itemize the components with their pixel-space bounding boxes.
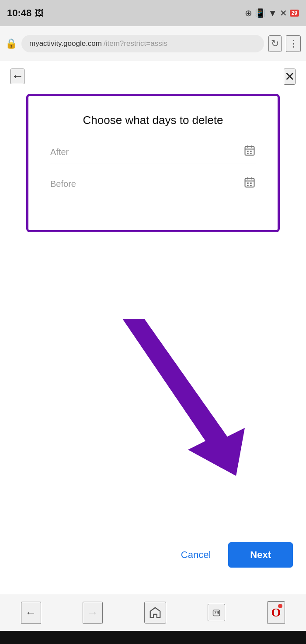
- refresh-button[interactable]: ↻: [268, 35, 282, 52]
- back-button[interactable]: ←: [10, 69, 24, 84]
- signal-icon: ✕: [280, 8, 287, 18]
- more-options-button[interactable]: ⋮: [286, 35, 301, 52]
- status-bar-left: 10:48 🖼: [7, 7, 44, 19]
- svg-rect-0: [245, 147, 254, 155]
- opera-notification-dot: [278, 604, 282, 608]
- url-path: /item?restrict=assis: [104, 39, 167, 48]
- browser-bar: 🔒 myactivity.google.com /item?restrict=a…: [0, 26, 306, 61]
- opera-browser-button[interactable]: O: [267, 601, 285, 624]
- browser-tabs-button[interactable]: 79: [208, 604, 225, 621]
- svg-rect-4: [247, 151, 249, 152]
- svg-rect-13: [250, 183, 252, 184]
- before-calendar-icon[interactable]: [243, 176, 256, 191]
- url-bar[interactable]: myactivity.google.com /item?restrict=ass…: [21, 35, 264, 52]
- action-row: Cancel Next: [0, 542, 306, 568]
- system-nav: ‹: [0, 631, 306, 644]
- status-bar: 10:48 🖼 ⊕ 📳 ▼ ✕ 29: [0, 0, 306, 26]
- tab-count: 79: [214, 610, 219, 615]
- status-bar-right: ⊕ 📳 ▼ ✕ 29: [245, 8, 299, 18]
- battery-badge: 29: [290, 10, 299, 17]
- next-button[interactable]: Next: [228, 542, 293, 568]
- svg-rect-6: [247, 153, 249, 154]
- vibrate-icon: 📳: [255, 8, 266, 18]
- add-icon: ⊕: [245, 8, 252, 18]
- svg-rect-8: [245, 179, 254, 187]
- svg-rect-7: [250, 153, 252, 154]
- svg-rect-15: [250, 185, 252, 186]
- close-button[interactable]: ✕: [284, 69, 296, 85]
- browser-home-button[interactable]: [144, 602, 166, 623]
- svg-rect-14: [247, 185, 249, 186]
- svg-rect-12: [247, 183, 249, 184]
- before-field-row[interactable]: Before: [50, 176, 256, 195]
- before-label: Before: [50, 179, 243, 189]
- lock-icon: 🔒: [5, 38, 17, 49]
- svg-marker-17: [122, 319, 245, 476]
- browser-back-button[interactable]: ←: [21, 602, 41, 624]
- after-label: After: [50, 147, 243, 157]
- wifi-icon: ▼: [268, 8, 277, 18]
- nav-row: ← ✕: [0, 61, 306, 92]
- after-calendar-icon[interactable]: [243, 145, 256, 159]
- browser-forward-button[interactable]: →: [83, 602, 103, 624]
- page-area: ← ✕ Choose what days to delete After: [0, 61, 306, 594]
- url-domain: myactivity.google.com: [29, 39, 102, 48]
- cancel-button[interactable]: Cancel: [172, 543, 219, 567]
- arrow-annotation: [87, 314, 262, 489]
- after-field-row[interactable]: After: [50, 145, 256, 163]
- dialog-card: Choose what days to delete After Before: [26, 94, 280, 232]
- browser-bottom-nav: ← → 79 O: [0, 594, 306, 631]
- photo-icon: 🖼: [35, 8, 44, 18]
- status-time: 10:48: [7, 7, 31, 19]
- dialog-title: Choose what days to delete: [50, 114, 256, 127]
- svg-rect-5: [250, 151, 252, 152]
